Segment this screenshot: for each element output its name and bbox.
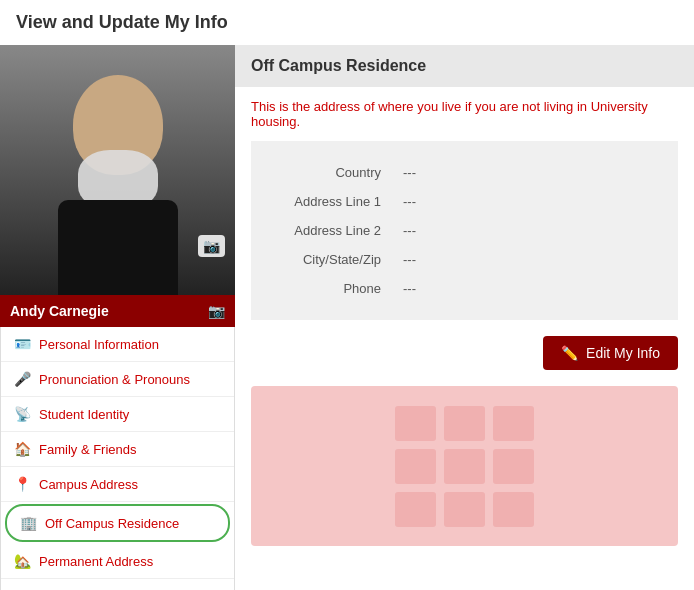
building-window-8: [444, 492, 485, 527]
nav-label-off-campus-residence: Off Campus Residence: [45, 516, 179, 531]
camera-button[interactable]: 📷: [198, 235, 225, 257]
edit-btn-row: ✏️ Edit My Info: [235, 336, 694, 386]
nav-item-pronunciation-pronouns[interactable]: 🎤 Pronunciation & Pronouns: [1, 362, 234, 397]
permanent-address-icon: 🏡: [13, 553, 31, 569]
nav-label-personal-information: Personal Information: [39, 337, 159, 352]
nav-item-campus-mailbox[interactable]: ✉️ Campus Mailbox: [1, 579, 234, 590]
table-row: Phone ---: [269, 275, 660, 302]
address-info-table-wrapper: Country --- Address Line 1 --- Address L…: [251, 141, 678, 320]
field-value: ---: [391, 217, 660, 244]
building-window-9: [493, 492, 534, 527]
profile-name: Andy Carnegie: [10, 303, 109, 319]
student-identity-icon: 📡: [13, 406, 31, 422]
personal-info-icon: 🪪: [13, 336, 31, 352]
field-label: Address Line 1: [269, 188, 389, 215]
navigation-list: 🪪 Personal Information 🎤 Pronunciation &…: [0, 327, 235, 590]
address-info-table: Country --- Address Line 1 --- Address L…: [267, 157, 662, 304]
building-window-6: [493, 449, 534, 484]
building-window-7: [395, 492, 436, 527]
nav-item-off-campus-residence[interactable]: 🏢 Off Campus Residence: [5, 504, 230, 542]
building-window-4: [395, 449, 436, 484]
edit-icon: ✏️: [561, 345, 578, 361]
profile-name-bar: Andy Carnegie 📷: [0, 295, 235, 327]
main-content: Off Campus Residence This is the address…: [235, 45, 694, 590]
nav-label-permanent-address: Permanent Address: [39, 554, 153, 569]
building-window-1: [395, 406, 436, 441]
field-value: ---: [391, 246, 660, 273]
nav-label-campus-address: Campus Address: [39, 477, 138, 492]
info-note: This is the address of where you live if…: [235, 87, 694, 141]
field-value: ---: [391, 159, 660, 186]
camera-icon-bar[interactable]: 📷: [208, 303, 225, 319]
edit-my-info-button[interactable]: ✏️ Edit My Info: [543, 336, 678, 370]
table-row: City/State/Zip ---: [269, 246, 660, 273]
nav-label-family-friends: Family & Friends: [39, 442, 137, 457]
table-row: Country ---: [269, 159, 660, 186]
edit-button-label: Edit My Info: [586, 345, 660, 361]
nav-label-pronunciation-pronouns: Pronunciation & Pronouns: [39, 372, 190, 387]
sidebar: 📷 Andy Carnegie 📷 🪪 Personal Information…: [0, 45, 235, 590]
page-title: View and Update My Info: [0, 0, 694, 45]
off-campus-icon: 🏢: [19, 515, 37, 531]
info-note-prefix: This is the address of where: [251, 99, 417, 114]
table-row: Address Line 1 ---: [269, 188, 660, 215]
nav-label-student-identity: Student Identity: [39, 407, 129, 422]
nav-item-family-friends[interactable]: 🏠 Family & Friends: [1, 432, 234, 467]
field-label: Address Line 2: [269, 217, 389, 244]
profile-photo-area: 📷: [0, 45, 235, 295]
field-label: City/State/Zip: [269, 246, 389, 273]
field-label: Country: [269, 159, 389, 186]
section-header: Off Campus Residence: [235, 45, 694, 87]
building-window-2: [444, 406, 485, 441]
field-value: ---: [391, 275, 660, 302]
table-row: Address Line 2 ---: [269, 217, 660, 244]
building-window-3: [493, 406, 534, 441]
building-illustration: [251, 386, 678, 546]
building-window-5: [444, 449, 485, 484]
field-value: ---: [391, 188, 660, 215]
building-grid: [395, 406, 535, 527]
nav-item-permanent-address[interactable]: 🏡 Permanent Address: [1, 544, 234, 579]
camera-icon: 📷: [203, 238, 220, 254]
info-note-highlight: you live: [417, 99, 461, 114]
field-label: Phone: [269, 275, 389, 302]
family-friends-icon: 🏠: [13, 441, 31, 457]
nav-item-campus-address[interactable]: 📍 Campus Address: [1, 467, 234, 502]
nav-item-personal-information[interactable]: 🪪 Personal Information: [1, 327, 234, 362]
nav-item-student-identity[interactable]: 📡 Student Identity: [1, 397, 234, 432]
pronunciation-icon: 🎤: [13, 371, 31, 387]
campus-address-icon: 📍: [13, 476, 31, 492]
person-body-shape: [58, 200, 178, 295]
